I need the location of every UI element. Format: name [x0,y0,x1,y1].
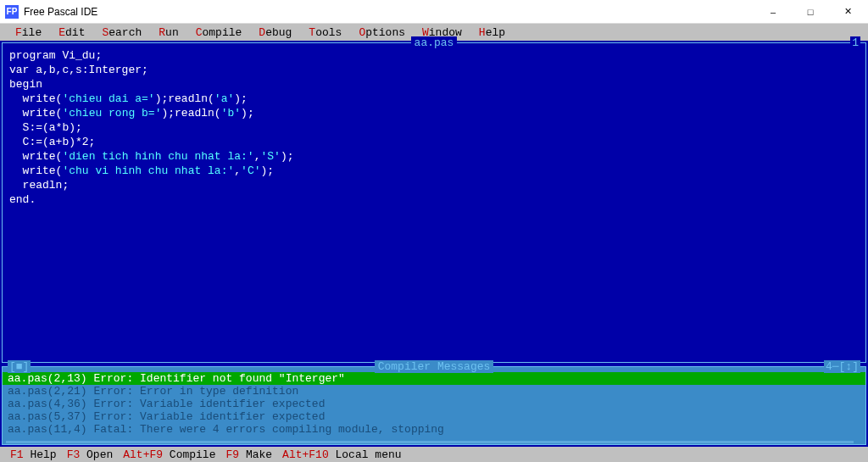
ide-body: aa.pas 1 program Vi_du; var a,b,c,s:Inte… [0,41,868,447]
close-button[interactable]: ✕ [829,0,866,24]
menu-run[interactable]: Run [150,25,186,40]
status-f9[interactable]: F9 Make [220,448,277,461]
window-controls: – □ ✕ [754,0,866,24]
status-alt-f10[interactable]: Alt+F10 Local menu [277,448,406,461]
compiler-message[interactable]: aa.pas(11,4) Fatal: There were 4 errors … [3,423,865,436]
compiler-message[interactable]: aa.pas(4,36) Error: Variable identifier … [3,398,865,410]
status-alt-f9[interactable]: Alt+F9 Compile [118,448,220,461]
menu-file[interactable]: File [7,25,50,40]
menu-window[interactable]: Window [414,25,470,40]
status-f3[interactable]: F3 Open [62,448,119,461]
compiler-close-icon[interactable]: [■] [8,360,31,373]
app-icon: FP [5,5,19,19]
titlebar: FP Free Pascal IDE – □ ✕ [0,0,868,24]
status-f1[interactable]: F1 Help [5,448,62,461]
compiler-message[interactable]: aa.pas(2,21) Error: Error in type defini… [3,385,865,398]
editor-window[interactable]: aa.pas 1 program Vi_du; var a,b,c,s:Inte… [2,42,866,363]
compiler-message[interactable]: aa.pas(2,13) Error: Identifier not found… [3,372,865,385]
editor-content[interactable]: program Vi_du; var a,b,c,s:Interger; beg… [3,43,865,212]
compiler-messages-list[interactable]: aa.pas(2,13) Error: Identifier not found… [3,367,865,436]
compiler-messages-window[interactable]: [■] Compiler Messages 4─[↕] aa.pas(2,13)… [2,366,866,445]
compiler-window-number: 4─[↕] [824,360,860,373]
menu-compile[interactable]: Compile [187,25,251,40]
menu-help[interactable]: Help [470,25,514,40]
menu-tools[interactable]: Tools [300,25,350,40]
maximize-button[interactable]: □ [792,0,829,24]
menubar: FileEditSearchRunCompileDebugToolsOption… [0,24,868,41]
menu-debug[interactable]: Debug [250,25,300,40]
menu-search[interactable]: Search [93,25,150,40]
editor-window-number: 1 [850,36,860,49]
menu-edit[interactable]: Edit [50,25,93,40]
compiler-scrollbar[interactable] [6,441,854,443]
compiler-message[interactable]: aa.pas(5,37) Error: Variable identifier … [3,410,865,423]
menu-options[interactable]: Options [350,25,414,40]
window-title: Free Pascal IDE [24,6,97,18]
minimize-button[interactable]: – [754,0,792,24]
statusbar: F1 HelpF3 OpenAlt+F9 CompileF9 MakeAlt+F… [0,447,868,462]
